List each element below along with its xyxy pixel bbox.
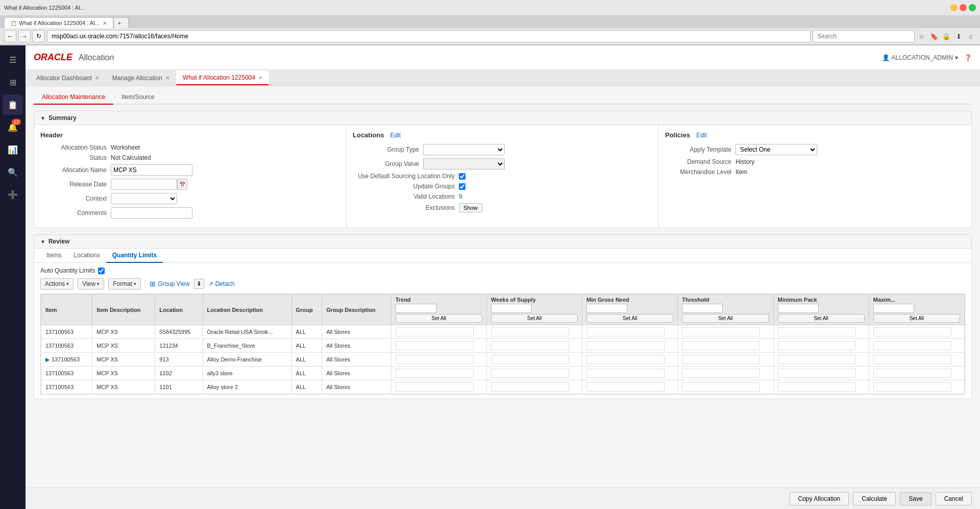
sidebar-icon-menu[interactable]: ☰ [3, 50, 23, 70]
auto-quantity-checkbox[interactable] [98, 268, 105, 274]
cell-threshold-input[interactable] [682, 369, 760, 378]
cell-min-pack[interactable] [773, 367, 869, 380]
cell-min-gross-input[interactable] [586, 355, 665, 364]
minimize-btn[interactable] [950, 4, 958, 11]
restore-btn[interactable] [960, 4, 967, 11]
cell-maximum[interactable] [869, 367, 964, 380]
calculate-button[interactable]: Calculate [853, 492, 896, 505]
actions-dropdown[interactable]: Actions ▾ [40, 278, 74, 289]
table-row[interactable]: 137100563MCP XS1101Alloy store 2ALLAll S… [41, 380, 965, 394]
cell-threshold-input[interactable] [682, 341, 760, 350]
trend-set-all-input[interactable] [396, 304, 436, 313]
review-tab-locations[interactable]: Locations [67, 249, 106, 263]
cell-threshold[interactable] [678, 339, 773, 353]
locations-edit-link[interactable]: Edit [390, 132, 401, 139]
help-icon[interactable]: ❓ [964, 54, 972, 61]
user-dropdown-icon[interactable]: ▾ [955, 54, 958, 61]
cell-trend-input[interactable] [396, 341, 474, 350]
cell-weeks-supply[interactable] [486, 367, 582, 380]
app-tab-dashboard-close[interactable]: ✕ [95, 75, 99, 81]
cell-threshold-input[interactable] [682, 355, 760, 364]
cell-weeks-supply[interactable] [486, 380, 582, 394]
policies-edit-link[interactable]: Edit [696, 132, 707, 139]
app-tab-manage[interactable]: Manage Allocation ✕ [106, 71, 176, 85]
close-btn[interactable] [969, 4, 976, 11]
group-view-button[interactable]: ⊞ Group View [150, 280, 189, 288]
release-date-input[interactable] [111, 179, 177, 190]
cell-maximum[interactable] [869, 353, 964, 367]
cell-min-gross[interactable] [582, 353, 678, 367]
format-dropdown[interactable]: Format ▾ [108, 278, 141, 289]
threshold-set-all-input[interactable] [682, 304, 723, 313]
cell-trend-input[interactable] [396, 369, 474, 378]
browser-tab-new[interactable]: + [113, 17, 129, 28]
min-pack-set-all-button[interactable]: Set All [778, 314, 865, 323]
cell-min-gross-input[interactable] [586, 369, 665, 378]
cell-weeks-supply-input[interactable] [491, 355, 569, 364]
use-default-checkbox[interactable] [459, 173, 465, 180]
app-tab-manage-close[interactable]: ✕ [165, 75, 169, 81]
allocation-name-input[interactable] [111, 164, 192, 176]
cell-min-pack-input[interactable] [778, 341, 856, 350]
cell-weeks-supply-input[interactable] [491, 341, 569, 350]
cell-weeks-supply-input[interactable] [491, 382, 569, 392]
cell-trend[interactable] [391, 353, 486, 367]
cell-trend[interactable] [391, 380, 486, 394]
cell-min-pack[interactable] [773, 380, 869, 394]
cell-maximum-input[interactable] [873, 341, 951, 350]
min-gross-set-all-input[interactable] [586, 304, 627, 313]
cell-maximum[interactable] [869, 380, 964, 394]
cell-trend-input[interactable] [396, 327, 474, 336]
cell-min-pack[interactable] [773, 325, 869, 339]
cell-min-gross[interactable] [582, 367, 678, 380]
weeks-supply-set-all-button[interactable]: Set All [491, 314, 578, 323]
cell-weeks-supply-input[interactable] [491, 327, 569, 336]
cell-maximum-input[interactable] [873, 369, 951, 378]
copy-allocation-button[interactable]: Copy Allocation [790, 492, 849, 505]
weeks-supply-set-all-input[interactable] [491, 304, 532, 313]
exclusions-show-button[interactable]: Show [459, 203, 482, 212]
download-icon[interactable]: ⬇ [953, 31, 964, 41]
cell-min-pack[interactable] [773, 339, 869, 353]
cell-weeks-supply[interactable] [486, 325, 582, 339]
back-button[interactable]: ← [4, 30, 16, 42]
review-tab-items[interactable]: Items [40, 249, 67, 263]
cell-min-gross[interactable] [582, 380, 678, 394]
cell-threshold[interactable] [678, 367, 773, 380]
cell-maximum-input[interactable] [873, 355, 951, 364]
browser-search-input[interactable] [813, 30, 915, 42]
group-value-select[interactable] [423, 158, 505, 169]
forward-button[interactable]: → [18, 30, 31, 42]
cell-weeks-supply[interactable] [486, 339, 582, 353]
cancel-button[interactable]: Cancel [936, 492, 972, 505]
review-tab-quantity-limits[interactable]: Quantity Limits [106, 249, 163, 263]
section-tab-maintenance[interactable]: Allocation Maintenance [34, 90, 113, 105]
app-tab-whatif-close[interactable]: ✕ [258, 75, 262, 81]
cell-threshold[interactable] [678, 325, 773, 339]
min-gross-set-all-button[interactable]: Set All [586, 314, 673, 323]
cell-maximum-input[interactable] [873, 327, 951, 336]
cell-min-gross-input[interactable] [586, 327, 665, 336]
save-button[interactable]: Save [900, 492, 931, 505]
release-date-calendar[interactable]: 📅 [177, 179, 187, 190]
app-tab-whatif[interactable]: What if Allocation 1225004 ✕ [176, 70, 269, 85]
min-pack-set-all-input[interactable] [778, 304, 819, 313]
cell-min-gross-input[interactable] [586, 341, 665, 350]
cell-trend[interactable] [391, 339, 486, 353]
cell-threshold[interactable] [678, 353, 773, 367]
cell-threshold-input[interactable] [682, 327, 760, 336]
apply-template-select[interactable]: Select One [736, 144, 817, 155]
cell-trend[interactable] [391, 325, 486, 339]
cell-weeks-supply[interactable] [486, 353, 582, 367]
lock-icon[interactable]: 🔒 [941, 31, 951, 41]
star-icon[interactable]: ☆ [917, 31, 927, 41]
cell-trend-input[interactable] [396, 382, 474, 392]
table-row[interactable]: 137100563MCP XS121234B_Franchise_StoreAL… [41, 339, 965, 353]
review-header[interactable]: ▼ Review [34, 235, 971, 249]
browser-tab-close[interactable]: ✕ [103, 20, 107, 26]
cell-threshold[interactable] [678, 380, 773, 394]
reload-button[interactable]: ↻ [33, 30, 45, 42]
trend-set-all-button[interactable]: Set All [396, 314, 482, 323]
sidebar-icon-search[interactable]: 🔍 [3, 162, 23, 182]
maximum-set-all-input[interactable] [873, 304, 914, 313]
